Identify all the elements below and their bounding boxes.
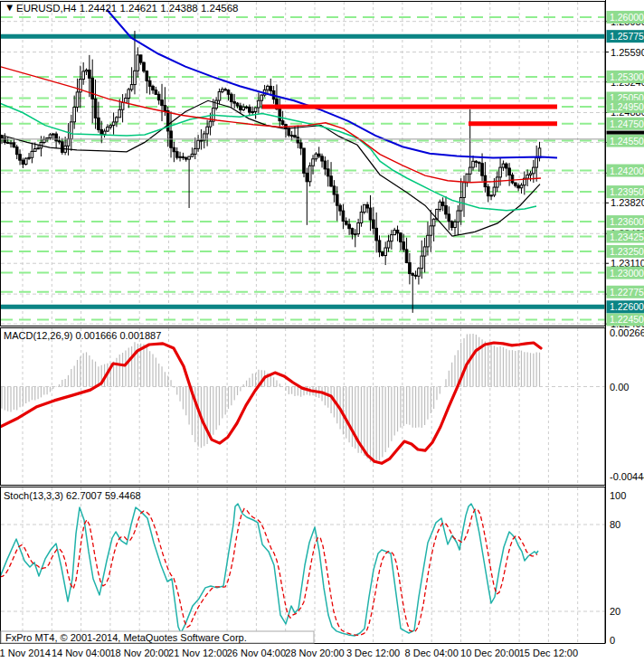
candle-body [197, 140, 200, 148]
candle-body [393, 230, 396, 234]
candle-body [206, 127, 209, 134]
teal-level-badge: 1.25775 [610, 31, 644, 42]
candle-body [231, 94, 233, 101]
candle-body [315, 154, 317, 159]
candle-body [157, 94, 160, 99]
candle-body [351, 229, 354, 234]
time-axis-label: 8 Dec 04:00 [405, 648, 459, 658]
candle-body [459, 197, 462, 211]
candle-body [109, 126, 112, 128]
time-axis-label: 10 Dec 20:00 [460, 648, 519, 658]
candle-body [233, 102, 236, 104]
candle-body [505, 164, 507, 168]
candle-body [76, 92, 79, 108]
candle-body [6, 143, 9, 144]
teal-level-badge: 1.22600 [610, 301, 644, 312]
candle-body [49, 135, 52, 138]
candle-body [15, 147, 18, 155]
candle-body [469, 167, 471, 174]
candle-body [391, 235, 393, 241]
candle-body [496, 177, 498, 187]
candle-body [369, 208, 372, 220]
candle-body [227, 90, 230, 95]
candle-body [103, 131, 106, 134]
candle-body [218, 91, 221, 100]
candle-body [121, 102, 124, 109]
candle-body [139, 55, 142, 62]
candle-body [400, 233, 402, 242]
candle-body [384, 248, 387, 256]
candle-body [37, 148, 40, 149]
candle-body [33, 148, 36, 151]
candle-body [134, 71, 137, 84]
candle-body [336, 194, 338, 205]
candle-body [200, 140, 203, 141]
candle-body [173, 147, 175, 151]
candle-body [303, 148, 306, 174]
candle-body [441, 202, 444, 205]
candle-body [535, 158, 538, 168]
symbol-title: EURUSD,H4 1.24421 1.24621 1.24388 1.2456… [16, 3, 239, 14]
price-level-badge: 1.23425 [610, 232, 644, 242]
time-scale[interactable]: 11 Nov 201414 Nov 04:0018 Nov 20:0021 No… [0, 648, 578, 658]
candle-body [333, 186, 336, 194]
candle-body [502, 164, 505, 167]
candle-body [116, 118, 118, 122]
macd-axis-label: -0.004442 [610, 471, 644, 482]
candle-body [155, 90, 157, 95]
candle-body [508, 168, 511, 175]
price-axis-label: 1.25590 [611, 47, 644, 58]
candle-body [324, 161, 327, 169]
candle-body [526, 175, 529, 179]
candle-body [166, 111, 169, 131]
time-axis-label: 28 Nov 20:00 [285, 648, 344, 658]
candle-body [146, 71, 148, 81]
candle-body [430, 226, 432, 235]
price-level-badge: 1.25300 [610, 71, 644, 82]
candle-body [128, 90, 130, 99]
candle-body [533, 167, 535, 174]
candle-body [55, 134, 58, 141]
candle-body [175, 152, 178, 157]
candle-body [100, 129, 103, 134]
candle-body [520, 185, 523, 188]
candle-body [270, 86, 272, 90]
mt4-chart-window: 1.259501.255901.252401.248801.245301.241… [0, 0, 644, 662]
candle-body [321, 156, 324, 161]
candle-body [28, 157, 31, 158]
candle-body [402, 242, 405, 250]
candle-body [450, 222, 453, 228]
price-level-badge: 1.24200 [610, 166, 644, 176]
candle-body [249, 107, 251, 112]
candle-body [58, 141, 61, 142]
candle-body [279, 109, 281, 121]
bid-marker [607, 131, 644, 135]
candle-body [439, 202, 441, 209]
candle-body [360, 213, 363, 223]
candle-body [185, 157, 187, 159]
candle-body [118, 109, 121, 118]
candle-body [423, 247, 426, 256]
candle-body [317, 154, 320, 156]
symbol-dropdown-icon[interactable]: ▼ [5, 2, 14, 13]
candle-body [179, 156, 182, 157]
time-axis-label: 26 Nov 04:00 [227, 648, 286, 658]
candle-body [224, 90, 227, 90]
price-level-badge: 1.23250 [610, 246, 644, 257]
price-level-badge: 1.22775 [610, 287, 644, 298]
candle-body [94, 99, 97, 118]
candle-body [52, 134, 54, 135]
candle-body [13, 143, 15, 147]
candle-body [143, 62, 146, 71]
candle-body [432, 219, 435, 226]
macd-axis-label: 0.002668 [610, 327, 644, 338]
price-level-badge: 1.23950 [610, 186, 644, 197]
candle-body [254, 108, 257, 112]
candle-body [409, 262, 412, 273]
time-axis-label: 15 Dec 12:00 [519, 648, 578, 658]
candle-body [62, 142, 64, 153]
candle-body [260, 95, 263, 100]
candle-body [281, 121, 284, 125]
candle-body [414, 275, 417, 276]
candle-body [487, 187, 489, 196]
